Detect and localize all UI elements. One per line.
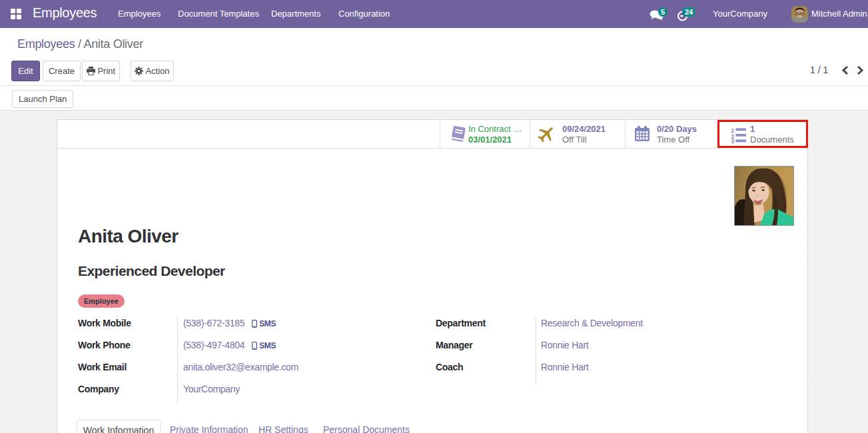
svg-text:3: 3 xyxy=(731,138,735,143)
